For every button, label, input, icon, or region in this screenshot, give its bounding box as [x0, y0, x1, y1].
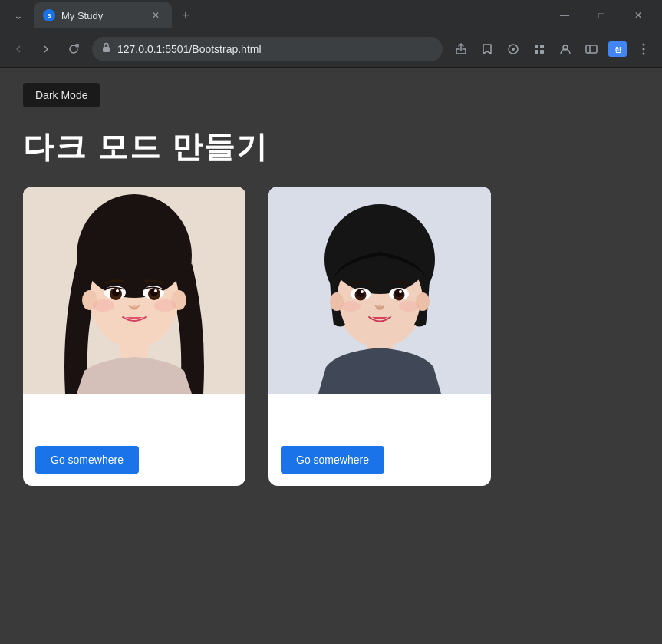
- page-title: 다크 모드 만들기: [23, 126, 639, 168]
- svg-rect-2: [103, 47, 110, 52]
- card-1-button[interactable]: Go somewhere: [35, 446, 139, 474]
- svg-text:S: S: [48, 13, 51, 18]
- svg-point-34: [154, 299, 176, 312]
- svg-rect-8: [540, 50, 544, 54]
- svg-point-33: [93, 299, 114, 312]
- new-tab-button[interactable]: +: [175, 5, 196, 26]
- svg-point-16: [643, 52, 645, 54]
- address-bar[interactable]: 127.0.0.1:5501/Bootstrap.html: [92, 37, 443, 61]
- sidebar-button[interactable]: [579, 37, 604, 61]
- navigation-bar: 127.0.0.1:5501/Bootstrap.html 한: [0, 31, 662, 68]
- reload-button[interactable]: [61, 37, 86, 61]
- minimize-button[interactable]: —: [547, 3, 582, 28]
- window-close-button[interactable]: ✕: [621, 3, 656, 28]
- profile-button[interactable]: [553, 37, 578, 61]
- more-button[interactable]: [631, 37, 656, 61]
- page-content: Dark Mode 다크 모드 만들기: [0, 68, 662, 644]
- tab-list-button[interactable]: ⌄: [6, 3, 31, 28]
- tab-favicon: S: [43, 9, 55, 21]
- card-2-image: [268, 187, 491, 394]
- bookmark-button[interactable]: [475, 37, 499, 61]
- svg-point-46: [357, 289, 364, 297]
- svg-rect-10: [586, 45, 597, 53]
- svg-point-51: [341, 301, 361, 312]
- svg-point-52: [399, 301, 419, 312]
- window-controls: — □ ✕: [547, 3, 656, 28]
- svg-point-31: [154, 289, 157, 292]
- card-2-button[interactable]: Go somewhere: [281, 446, 384, 474]
- url-text: 127.0.0.1:5501/Bootstrap.html: [117, 43, 433, 55]
- card-1-body: Go somewhere: [23, 394, 245, 486]
- title-bar: ⌄ S My Study ✕ + — □ ✕: [0, 0, 662, 31]
- korean-badge[interactable]: 한: [605, 37, 630, 61]
- svg-point-48: [361, 290, 364, 293]
- card-1-image: [23, 187, 245, 394]
- lock-icon: [101, 42, 111, 55]
- svg-point-28: [112, 289, 120, 296]
- svg-point-15: [643, 48, 645, 50]
- back-button[interactable]: [6, 37, 31, 61]
- svg-point-29: [150, 289, 158, 296]
- svg-point-4: [512, 48, 515, 51]
- card-2-body: Go somewhere: [268, 394, 491, 486]
- tab-close-button[interactable]: ✕: [149, 8, 163, 22]
- tab-area: ⌄ S My Study ✕ +: [6, 2, 544, 28]
- svg-point-30: [116, 289, 119, 292]
- svg-text:한: 한: [614, 46, 622, 54]
- tab-title: My Study: [61, 10, 143, 21]
- cards-container: Go somewhere: [23, 187, 639, 486]
- card-2: Go somewhere: [268, 187, 491, 486]
- extension2-button[interactable]: [527, 37, 552, 61]
- nav-actions: 한: [449, 37, 656, 61]
- browser-frame: ⌄ S My Study ✕ + — □ ✕: [0, 0, 662, 644]
- svg-point-14: [643, 43, 645, 45]
- active-tab[interactable]: S My Study ✕: [34, 2, 172, 28]
- share-button[interactable]: [449, 37, 473, 61]
- extension-button[interactable]: [501, 37, 525, 61]
- svg-point-49: [399, 290, 402, 293]
- svg-point-47: [395, 289, 403, 297]
- svg-rect-7: [535, 50, 538, 54]
- dark-mode-button[interactable]: Dark Mode: [23, 83, 100, 107]
- forward-button[interactable]: [34, 37, 58, 61]
- card-1: Go somewhere: [23, 187, 245, 486]
- svg-rect-5: [535, 45, 538, 48]
- svg-rect-6: [540, 45, 544, 48]
- maximize-button[interactable]: □: [584, 3, 619, 28]
